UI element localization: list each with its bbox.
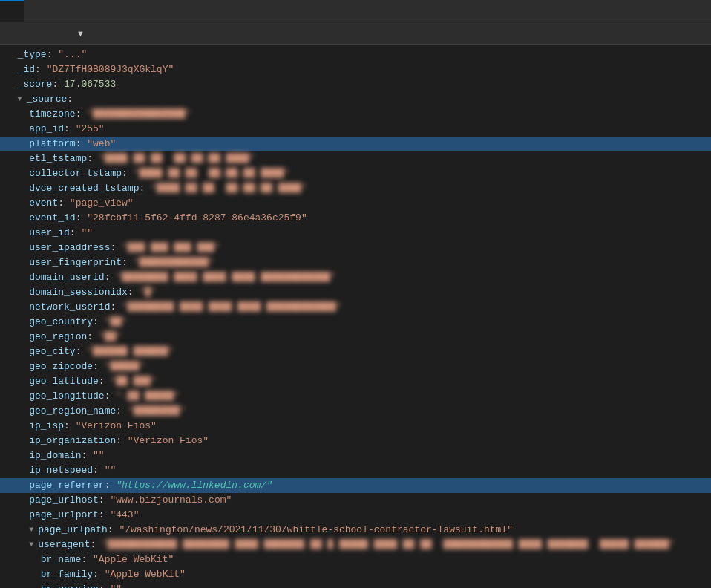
table-row: ip_organization: "Verizon Fios" [0, 434, 711, 448]
indent-spacer [6, 478, 29, 493]
table-row: geo_latitude: "██ ███" [0, 374, 711, 389]
json-key: geo_city [29, 344, 75, 359]
json-value: "████████ ████ ████ ████ ████████████" [116, 270, 335, 285]
indent-spacer [6, 344, 29, 359]
json-value: "████ ██ ██ ██:██:██ ████" [134, 166, 290, 181]
json-value: "" [93, 448, 105, 463]
json-value: "████████ ████ ████ ████ ████████████" [122, 300, 341, 315]
indent-spacer [6, 448, 29, 463]
json-key: br_name [41, 552, 82, 567]
json-value: "████████████" [134, 255, 214, 270]
json-value: "-██ █████" [116, 389, 180, 404]
table-row: domain_sessionidx: "█" [0, 285, 711, 300]
table-row: geo_longitude: "-██ █████" [0, 389, 711, 404]
json-key: ip_netspeed [29, 463, 93, 478]
json-value: "" [81, 226, 93, 241]
table-row: _type: "..." [0, 48, 711, 62]
indent-spacer [6, 211, 29, 226]
table-row: ip_domain: "" [0, 448, 711, 463]
filter-json-button[interactable]: ▼ [70, 25, 94, 42]
json-key: _source [27, 92, 68, 107]
table-row: geo_zipcode: "█████" [0, 359, 711, 374]
expand-arrow[interactable]: ▼ [29, 523, 38, 538]
json-value: "██" [99, 330, 122, 344]
json-key: domain_sessionidx [29, 285, 128, 300]
toolbar: ▼ [0, 22, 711, 45]
json-value: "/washington/news/2021/11/30/whittle-sch… [119, 523, 513, 538]
table-row: geo_city: "██████ ██████" [0, 344, 711, 359]
json-colon: : [76, 344, 88, 359]
json-colon: : [110, 241, 122, 255]
json-colon: : [81, 448, 93, 463]
json-value: "Verizon Fios" [76, 419, 157, 434]
tab-raw-data[interactable] [24, 0, 47, 22]
json-colon: : [67, 92, 79, 107]
tab-json[interactable] [0, 0, 24, 22]
indent-spacer [6, 404, 29, 419]
indent-spacer [6, 226, 29, 241]
json-value: "web" [87, 137, 116, 151]
json-colon: : [110, 300, 122, 315]
json-value: "DZ7TfH0B089J3qXGklqY" [47, 62, 174, 77]
indent-spacer [6, 434, 29, 448]
table-row: collector_tstamp: "████ ██ ██ ██:██:██ █… [0, 166, 711, 181]
expand-all-button[interactable] [53, 25, 67, 42]
table-row: geo_region_name: "████████" [0, 404, 711, 419]
table-row: geo_country: "██" [0, 315, 711, 330]
json-value: "████████████ ████████ ████ ███████ ██ █… [102, 538, 675, 552]
json-value: 17.067533 [64, 77, 116, 92]
json-colon: : [87, 151, 99, 166]
expand-arrow[interactable]: ▼ [29, 538, 38, 552]
json-value: "████ ██ ██ ██:██:██ ████" [99, 151, 255, 166]
json-colon: : [105, 389, 117, 404]
json-key: page_urlport [29, 508, 99, 523]
copy-button[interactable] [21, 25, 34, 42]
indent-spacer [6, 523, 29, 538]
indent-spacer [6, 181, 29, 196]
json-key: ip_organization [29, 434, 116, 448]
table-row: dvce_created_tstamp: "████ ██ ██ ██:██:█… [0, 181, 711, 196]
table-row: app_id: "255" [0, 122, 711, 137]
table-row: timezone: "████████████████" [0, 107, 711, 122]
indent-spacer [6, 419, 29, 434]
table-row: page_referrer: "https://www.linkedin.com… [0, 478, 711, 493]
json-colon: : [35, 62, 47, 77]
json-colon: : [93, 567, 105, 582]
collapse-all-button[interactable] [37, 25, 50, 42]
json-colon: : [52, 77, 64, 92]
indent-spacer [6, 315, 29, 330]
table-row: ▼ page_urlpath: "/washington/news/2021/1… [0, 523, 711, 538]
json-key: geo_zipcode [29, 359, 93, 374]
json-colon: : [90, 538, 102, 552]
table-row: platform: "web" [0, 137, 711, 151]
json-value: "255" [76, 122, 105, 137]
tab-headers[interactable] [47, 0, 71, 22]
indent-spacer [6, 241, 29, 255]
table-row: br_family: "Apple WebKit" [0, 567, 711, 582]
table-row: domain_userid: "████████ ████ ████ ████ … [0, 270, 711, 285]
indent-spacer [6, 196, 29, 211]
json-key: page_urlpath [38, 523, 108, 538]
json-key: _score [18, 77, 53, 92]
json-colon: : [76, 211, 88, 226]
json-key: etl_tstamp [29, 151, 87, 166]
save-button[interactable] [4, 25, 18, 42]
json-key: _id [18, 62, 35, 77]
json-value: "www.bizjournals.com" [110, 493, 232, 508]
json-value: "███ ███ ███ ███" [122, 241, 220, 255]
table-row: etl_tstamp: "████ ██ ██ ██:██:██ ████" [0, 151, 711, 166]
table-row: event_id: "28fcbf11-5f62-4ffd-8287-86e4a… [0, 211, 711, 226]
json-key: platform [29, 137, 75, 151]
expand-arrow[interactable]: ▼ [18, 92, 27, 107]
indent-spacer [6, 107, 29, 122]
json-colon: : [64, 419, 76, 434]
indent-spacer [6, 77, 18, 92]
json-colon: : [70, 226, 82, 241]
json-value: "" [105, 463, 117, 478]
indent-spacer [6, 285, 29, 300]
json-key: geo_latitude [29, 374, 99, 389]
json-content: _type: "..." _id: "DZ7TfH0B089J3qXGklqY"… [0, 45, 711, 588]
json-colon: : [93, 315, 105, 330]
json-value: "█████" [105, 359, 145, 374]
indent-spacer [6, 567, 41, 582]
